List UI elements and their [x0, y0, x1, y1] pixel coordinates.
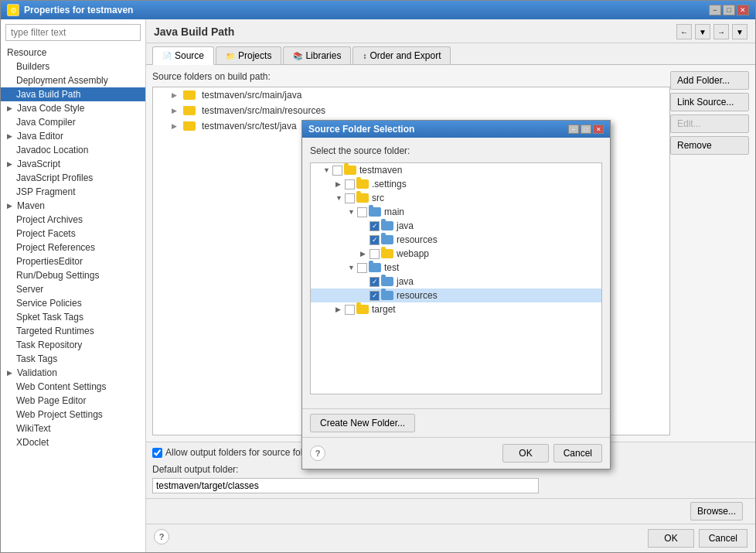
- sidebar-item-project-references[interactable]: Project References: [1, 241, 145, 254]
- dialog-help-button[interactable]: ?: [310, 445, 325, 461]
- source-item-label-1: testmaven/src/main/resources: [202, 105, 325, 116]
- output-input[interactable]: [152, 478, 539, 493]
- sidebar-item-targeted-runtimes[interactable]: Targeted Runtimes: [1, 324, 145, 338]
- nav-fwd-button[interactable]: →: [713, 24, 729, 39]
- add-folder-button[interactable]: Add Folder...: [670, 71, 749, 90]
- tab-libraries[interactable]: 📚 Libraries: [283, 46, 351, 64]
- sidebar-item-task-tags[interactable]: Task Tags: [1, 352, 145, 366]
- tree-item-webapp[interactable]: ▶ webapp: [311, 247, 601, 261]
- sidebar-item-javascript[interactable]: ▶JavaScript: [1, 157, 145, 171]
- dialog-ok-button[interactable]: OK: [502, 444, 548, 463]
- source-item-0[interactable]: ▶ testmaven/src/main/java: [153, 87, 669, 103]
- sidebar-item-jsp-fragment[interactable]: JSP Fragment: [1, 185, 145, 199]
- dialog-action-bar: ? OK Cancel: [302, 437, 610, 469]
- nav-fwd-down-button[interactable]: ▼: [732, 24, 747, 39]
- source-folder-icon-0: [183, 90, 196, 100]
- sidebar-item-service-policies[interactable]: Service Policies: [1, 296, 145, 310]
- nav-back-button[interactable]: ←: [676, 24, 692, 39]
- tree-item-resources-test[interactable]: resources: [311, 288, 601, 302]
- allow-output-checkbox[interactable]: [152, 448, 162, 458]
- tree-checkbox-java-test[interactable]: [369, 277, 380, 287]
- sidebar-item-java-build-path[interactable]: Java Build Path: [1, 87, 145, 101]
- sidebar-item-java-compiler[interactable]: Java Compiler: [1, 115, 145, 129]
- nav-down-button[interactable]: ▼: [695, 24, 710, 39]
- tree-item-main[interactable]: ▼ main: [311, 205, 601, 219]
- tab-projects[interactable]: 📁 Projects: [216, 46, 281, 64]
- main-cancel-button[interactable]: Cancel: [699, 529, 747, 548]
- tree-container[interactable]: ▼ testmaven ▶ .settings: [310, 162, 602, 394]
- tab-source[interactable]: 📄 Source: [152, 46, 214, 65]
- tabs-bar: 📄 Source 📁 Projects 📚 Libraries ↕ Order …: [146, 43, 755, 65]
- maximize-button[interactable]: □: [723, 5, 735, 15]
- tree-checkbox-target[interactable]: [345, 305, 355, 315]
- source-folder-icon-2: [183, 121, 196, 131]
- sidebar-item-run-debug-settings[interactable]: Run/Debug Settings: [1, 268, 145, 282]
- tree-item-test[interactable]: ▼ test: [311, 261, 601, 275]
- dialog-cancel-button[interactable]: Cancel: [553, 444, 602, 463]
- tree-folder-test: [369, 263, 381, 272]
- title-controls: − □ ✕: [709, 5, 749, 15]
- create-new-folder-button[interactable]: Create New Folder...: [310, 414, 415, 432]
- tree-checkbox-test[interactable]: [357, 263, 367, 273]
- sidebar-item-task-repository[interactable]: Task Repository: [1, 338, 145, 352]
- source-folder-icon-1: [183, 106, 196, 115]
- tree-folder-resources-test: [381, 291, 393, 300]
- tree-checkbox-settings[interactable]: [345, 179, 355, 189]
- tree-checkbox-java-main[interactable]: [369, 221, 380, 231]
- tree-checkbox-resources-main[interactable]: [369, 235, 380, 245]
- sidebar-item-deployment-assembly[interactable]: Deployment Assembly: [1, 73, 145, 87]
- sidebar-item-web-content-settings[interactable]: Web Content Settings: [1, 380, 145, 394]
- edit-button[interactable]: Edit...: [670, 114, 749, 133]
- dialog-maximize-btn[interactable]: □: [581, 125, 591, 134]
- sidebar-item-properties-editor[interactable]: PropertiesEditor: [1, 254, 145, 268]
- tree-item-java-test[interactable]: java: [311, 275, 601, 288]
- minimize-button[interactable]: −: [709, 5, 721, 15]
- tree-label-resources-main: resources: [397, 234, 438, 245]
- sidebar-item-web-project-settings[interactable]: Web Project Settings: [1, 408, 145, 422]
- sidebar-item-xdoclet[interactable]: XDoclet: [1, 435, 145, 449]
- tree-item-resources-main[interactable]: resources: [311, 233, 601, 247]
- sidebar-item-project-archives[interactable]: Project Archives: [1, 213, 145, 227]
- remove-button[interactable]: Remove: [670, 136, 749, 155]
- tree-item-settings[interactable]: ▶ .settings: [311, 177, 601, 191]
- tree-checkbox-testmaven[interactable]: [332, 166, 342, 176]
- sidebar-item-builders[interactable]: Builders: [1, 60, 145, 73]
- main-ok-button[interactable]: OK: [648, 529, 693, 548]
- source-item-1[interactable]: ▶ testmaven/src/main/resources: [153, 103, 669, 118]
- sidebar-item-project-facets[interactable]: Project Facets: [1, 227, 145, 241]
- sidebar-item-java-editor[interactable]: ▶Java Editor: [1, 129, 145, 143]
- tab-order-export[interactable]: ↕ Order and Export: [352, 46, 451, 64]
- main-help-button[interactable]: ?: [154, 529, 169, 544]
- sidebar-item-javascript-profiles[interactable]: JavaScript Profiles: [1, 171, 145, 185]
- sidebar-item-web-page-editor[interactable]: Web Page Editor: [1, 394, 145, 408]
- source-arrow-1: ▶: [172, 107, 177, 114]
- tree-item-src[interactable]: ▼ src: [311, 191, 601, 205]
- sidebar-item-wikitext[interactable]: WikiText: [1, 422, 145, 435]
- tree-checkbox-main[interactable]: [357, 207, 367, 217]
- browse-button[interactable]: Browse...: [690, 502, 743, 521]
- order-export-tab-icon: ↕: [363, 52, 366, 60]
- tree-item-testmaven[interactable]: ▼ testmaven: [311, 163, 601, 177]
- dialog-close-btn[interactable]: ✕: [593, 125, 604, 134]
- dialog-minimize-btn[interactable]: −: [568, 125, 579, 134]
- tree-item-java-main[interactable]: java: [311, 219, 601, 233]
- sidebar-item-spket-task-tags[interactable]: Spket Task Tags: [1, 310, 145, 324]
- link-source-button[interactable]: Link Source...: [670, 93, 749, 111]
- tree-item-target[interactable]: ▶ target: [311, 302, 601, 316]
- tree-label-main: main: [384, 207, 404, 217]
- dialog-content: Select the source folder: ▼ testmaven ▶: [302, 138, 610, 408]
- sidebar-item-validation[interactable]: ▶Validation: [1, 366, 145, 380]
- sidebar-item-server[interactable]: Server: [1, 282, 145, 296]
- close-button[interactable]: ✕: [737, 5, 749, 15]
- tree-checkbox-src[interactable]: [345, 193, 355, 203]
- filter-input[interactable]: [5, 24, 141, 41]
- sidebar-item-javadoc-location[interactable]: Javadoc Location: [1, 143, 145, 157]
- tree-checkbox-resources-test[interactable]: [369, 291, 380, 301]
- browse-row: Browse...: [146, 498, 755, 524]
- sidebar-item-maven[interactable]: ▶Maven: [1, 199, 145, 213]
- source-tab-icon: 📄: [162, 52, 172, 60]
- projects-tab-icon: 📁: [226, 52, 235, 60]
- sidebar-item-java-code-style[interactable]: ▶Java Code Style: [1, 101, 145, 115]
- sidebar-item-resource[interactable]: Resource: [1, 46, 145, 60]
- tree-checkbox-webapp[interactable]: [369, 249, 380, 259]
